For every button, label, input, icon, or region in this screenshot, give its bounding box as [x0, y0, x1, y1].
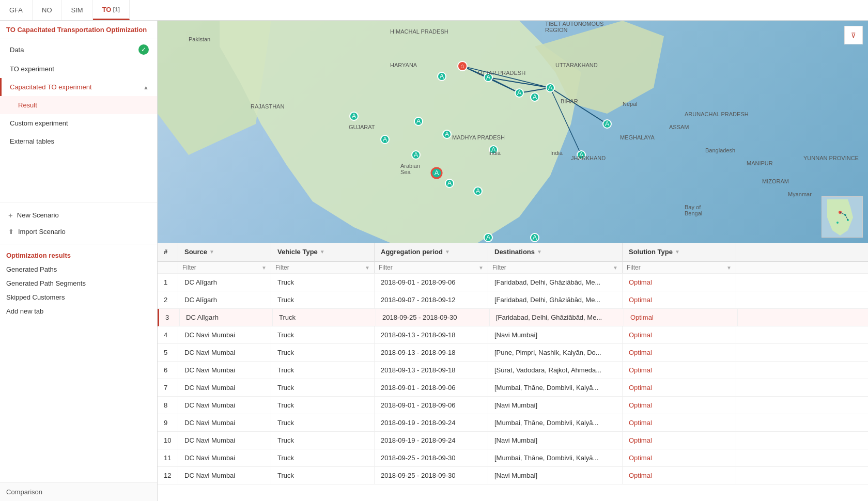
sort-source-icon[interactable]: ▼: [209, 249, 214, 255]
table-row[interactable]: 2 DC Alīgarh Truck 2018-09-07 - 2018-09-…: [158, 291, 868, 309]
sort-solution-icon[interactable]: ▼: [675, 249, 680, 255]
th-period[interactable]: Aggregation period ▼: [375, 243, 488, 261]
filter-period-cell[interactable]: ▼: [375, 262, 488, 273]
tab-skipped[interactable]: Skipped Customers: [0, 290, 157, 304]
import-scenario-label: Import Scenario: [18, 228, 66, 236]
filter-period-input[interactable]: [379, 264, 478, 271]
filter-solution-cell[interactable]: ▼: [623, 262, 736, 273]
map-area[interactable]: ⌂ A A A A A A A: [158, 21, 868, 243]
table-row[interactable]: 10 DC Navi Mumbai Truck 2018-09-19 - 201…: [158, 432, 868, 449]
td-vehicle: Truck: [271, 467, 375, 484]
th-vehicle[interactable]: Vehicle Type ▼: [271, 243, 375, 261]
comparison-section[interactable]: Comparison: [0, 482, 157, 501]
scenario-actions: + New Scenario ⬆ Import Scenario: [0, 202, 157, 244]
tab-gfa[interactable]: GFA: [0, 0, 33, 20]
td-vehicle: Truck: [271, 274, 375, 291]
td-vehicle: Truck: [271, 344, 375, 361]
tab-to-count: [1]: [113, 6, 119, 12]
th-source[interactable]: Source ▼: [178, 243, 271, 261]
table-body: 1 DC Alīgarh Truck 2018-09-01 - 2018-09-…: [158, 274, 868, 501]
filter-num-cell: [158, 262, 178, 273]
table-row[interactable]: 3 DC Alīgarh Truck 2018-09-25 - 2018-09-…: [158, 309, 868, 326]
td-source: DC Navi Mumbai: [178, 397, 271, 414]
table-row[interactable]: 11 DC Navi Mumbai Truck 2018-09-25 - 201…: [158, 449, 868, 467]
filter-dest-arrow[interactable]: ▼: [613, 265, 618, 271]
filter-solution-input[interactable]: [627, 264, 726, 271]
td-dest: [Navi Mumbai]: [488, 467, 623, 484]
nav-item-to-experiment[interactable]: TO experiment: [0, 60, 157, 78]
filter-vehicle-input[interactable]: [275, 264, 365, 271]
sort-dest-icon[interactable]: ▼: [537, 249, 542, 255]
bottom-tabs: Optimization results Generated Paths Gen…: [0, 244, 157, 320]
td-vehicle: Truck: [271, 414, 375, 431]
th-solution[interactable]: Solution Type ▼: [623, 243, 736, 261]
nav-item-cap-to[interactable]: Capacitated TO experiment ▲: [0, 78, 157, 96]
tab-sim[interactable]: SIM: [62, 0, 93, 20]
filter-dest-cell[interactable]: ▼: [488, 262, 623, 273]
table-row[interactable]: 4 DC Navi Mumbai Truck 2018-09-13 - 2018…: [158, 326, 868, 344]
tab-sim-label: SIM: [71, 6, 83, 14]
table-row[interactable]: 8 DC Navi Mumbai Truck 2018-09-01 - 2018…: [158, 397, 868, 414]
td-source: DC Navi Mumbai: [178, 449, 271, 466]
table-row[interactable]: 6 DC Navi Mumbai Truck 2018-09-13 - 2018…: [158, 362, 868, 379]
nav-item-external[interactable]: External tables: [0, 132, 157, 150]
map-filter-button[interactable]: ⊽: [844, 26, 863, 44]
td-period: 2018-09-07 - 2018-09-12: [375, 291, 488, 308]
nav-data-label: Data: [10, 46, 24, 54]
nav-item-custom[interactable]: Custom experiment: [0, 114, 157, 132]
sort-period-icon[interactable]: ▼: [445, 249, 450, 255]
scenario-title[interactable]: TO Capacitated Transportation Optimizati…: [6, 26, 151, 34]
filter-row: ▼ ▼ ▼ ▼ ▼: [158, 262, 868, 274]
tab-gen-paths-label: Generated Paths: [6, 265, 57, 273]
nav-item-result[interactable]: Result: [0, 96, 157, 114]
table-row[interactable]: 5 DC Navi Mumbai Truck 2018-09-13 - 2018…: [158, 344, 868, 362]
td-dest: [Navi Mumbai]: [488, 397, 623, 414]
mini-map[interactable]: [822, 196, 863, 238]
svg-text:A: A: [435, 169, 439, 177]
tab-no[interactable]: NO: [33, 0, 62, 20]
table-row[interactable]: 7 DC Navi Mumbai Truck 2018-09-01 - 2018…: [158, 379, 868, 397]
td-source: DC Alīgarh: [178, 274, 271, 291]
table-row[interactable]: 12 DC Navi Mumbai Truck 2018-09-25 - 201…: [158, 467, 868, 484]
top-tab-bar: GFA NO SIM TO [1]: [0, 0, 868, 21]
nav-item-data[interactable]: Data ✓: [0, 39, 157, 60]
svg-text:A: A: [486, 233, 491, 241]
td-num: 3: [159, 309, 180, 326]
filter-vehicle-arrow[interactable]: ▼: [365, 265, 370, 271]
filter-source-input[interactable]: [182, 264, 261, 271]
sort-vehicle-icon[interactable]: ▼: [320, 249, 325, 255]
table-row[interactable]: 1 DC Alīgarh Truck 2018-09-01 - 2018-09-…: [158, 274, 868, 291]
tab-to[interactable]: TO [1]: [93, 0, 130, 20]
import-scenario-button[interactable]: ⬆ Import Scenario: [0, 224, 157, 240]
filter-vehicle-cell[interactable]: ▼: [271, 262, 375, 273]
td-num: 11: [158, 449, 178, 466]
td-solution: Optimal: [623, 274, 736, 291]
nav-data-check: ✓: [138, 44, 149, 55]
filter-source-cell[interactable]: ▼: [178, 262, 271, 273]
td-vehicle: Truck: [273, 309, 376, 326]
table-header-row: # Source ▼ Vehicle Type ▼ Aggregation pe…: [158, 243, 868, 262]
th-dest[interactable]: Destinations ▼: [488, 243, 623, 261]
td-dest: [Sūrat, Vadodara, Rājkot, Ahmeda...: [488, 362, 623, 379]
table-row[interactable]: 9 DC Navi Mumbai Truck 2018-09-19 - 2018…: [158, 414, 868, 432]
filter-solution-arrow[interactable]: ▼: [726, 265, 732, 271]
new-scenario-button[interactable]: + New Scenario: [0, 207, 157, 224]
tab-gen-path-seg-label: Generated Path Segments: [6, 279, 86, 287]
td-dest: [Mumbai, Thāne, Dombivli, Kalyā...: [488, 449, 623, 466]
td-num: 6: [158, 362, 178, 379]
filter-period-arrow[interactable]: ▼: [478, 265, 484, 271]
tab-add-new[interactable]: Add new tab: [0, 304, 157, 318]
td-num: 8: [158, 397, 178, 414]
tab-opt-results-label: Optimization results: [6, 252, 71, 259]
mini-map-inner: [822, 197, 862, 237]
filter-source-arrow[interactable]: ▼: [261, 265, 267, 271]
td-period: 2018-09-19 - 2018-09-24: [375, 414, 488, 431]
tab-gen-path-seg[interactable]: Generated Path Segments: [0, 276, 157, 290]
filter-dest-input[interactable]: [492, 264, 613, 271]
tab-opt-results[interactable]: Optimization results: [0, 248, 157, 262]
td-solution: Optimal: [623, 326, 736, 343]
td-dest: [Mumbai, Thāne, Dombivli, Kalyā...: [488, 414, 623, 431]
tab-gen-paths[interactable]: Generated Paths: [0, 262, 157, 276]
td-source: DC Navi Mumbai: [178, 414, 271, 431]
nav-external-label: External tables: [10, 137, 54, 145]
